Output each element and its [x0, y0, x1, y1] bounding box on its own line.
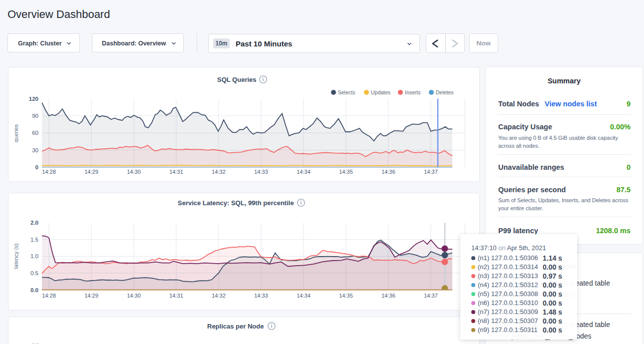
svg-text:14:34: 14:34: [297, 293, 311, 299]
svg-text:14:32: 14:32: [212, 169, 226, 175]
svg-text:queries: queries: [13, 124, 19, 142]
svg-text:90: 90: [32, 113, 38, 119]
svg-text:14:34: 14:34: [297, 169, 311, 175]
svg-text:60: 60: [32, 130, 38, 136]
svg-text:1.5: 1.5: [30, 237, 38, 243]
svg-text:14:36: 14:36: [381, 293, 395, 299]
svg-text:0: 0: [35, 164, 38, 170]
svg-text:0.5: 0.5: [30, 270, 38, 276]
svg-text:14:35: 14:35: [339, 169, 353, 175]
svg-text:14:36: 14:36: [381, 169, 395, 175]
svg-text:14:31: 14:31: [169, 169, 183, 175]
svg-text:14:30: 14:30: [127, 169, 141, 175]
svg-text:14:29: 14:29: [84, 293, 98, 299]
svg-text:14:33: 14:33: [254, 293, 268, 299]
svg-text:14:37: 14:37: [424, 293, 438, 299]
svg-text:14:35: 14:35: [339, 293, 353, 299]
svg-text:2.0: 2.0: [30, 220, 38, 226]
svg-text:0.0: 0.0: [30, 287, 38, 293]
svg-text:120: 120: [29, 96, 38, 102]
svg-text:14:31: 14:31: [169, 293, 183, 299]
svg-text:14:33: 14:33: [254, 169, 268, 175]
svg-text:14:37: 14:37: [424, 169, 438, 175]
svg-text:14:30: 14:30: [127, 293, 141, 299]
svg-text:14:29: 14:29: [84, 169, 98, 175]
svg-text:14:28: 14:28: [42, 293, 56, 299]
svg-text:14:28: 14:28: [42, 169, 56, 175]
svg-text:30: 30: [32, 147, 38, 153]
svg-text:14:32: 14:32: [212, 293, 226, 299]
svg-text:latency (s): latency (s): [13, 244, 19, 269]
svg-text:1.0: 1.0: [30, 253, 38, 259]
